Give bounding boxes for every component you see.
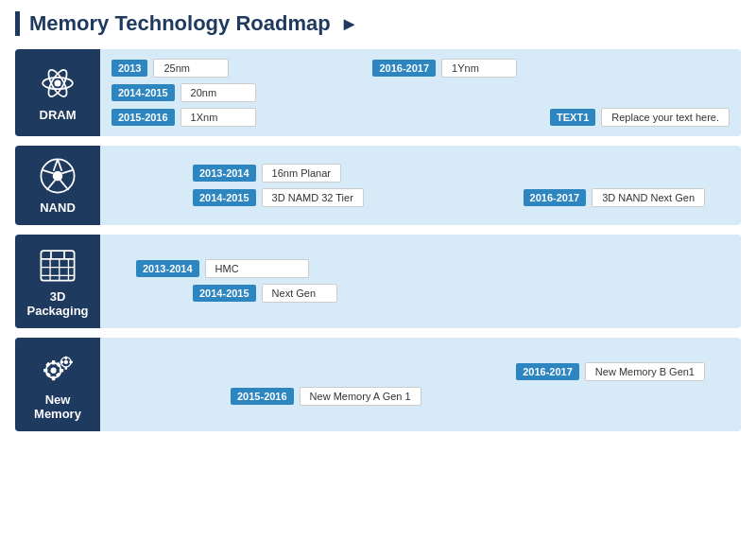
3dpkg-timeline-row-1: 2013-2014 HMC	[112, 259, 730, 278]
nand-label-nextgen: 3D NAND Next Gen	[592, 188, 705, 207]
nand-timeline-row-2: 2014-2015 3D NAMD 32 Tier 2016-2017 3D N…	[112, 188, 730, 207]
3d-packaging-icon-area: 3D Packaging	[15, 235, 100, 328]
atom-icon	[37, 62, 78, 104]
dram-tag-2013: 2013	[112, 60, 147, 77]
page-header: Memory Technology Roadmap ►	[15, 11, 741, 36]
nand-icon-area: NAND	[15, 146, 100, 225]
newmem-label-gen1b: New Memory B Gen1	[585, 362, 705, 381]
svg-point-32	[64, 359, 68, 363]
new-memory-content: 2016-2017 New Memory B Gen1 2015-2016 Ne…	[100, 338, 741, 431]
nand-tag-2016-2017: 2016-2017	[524, 189, 587, 206]
dram-label: DRAM	[40, 108, 77, 123]
svg-point-5	[53, 171, 63, 182]
aperture-icon	[37, 155, 78, 197]
newmem-tag-2016-2017: 2016-2017	[516, 363, 579, 380]
new-memory-icon-area: New Memory	[15, 338, 100, 431]
replace-text-label: Replace your text here.	[601, 108, 730, 127]
nand-tag-2014-2015: 2014-2015	[193, 189, 256, 206]
dram-timeline-row-3: 2015-2016 1Xnm TEXT1 Replace your text h…	[112, 108, 730, 127]
page: Memory Technology Roadmap ► DRAM 2013 25…	[0, 0, 756, 541]
newmem-tag-2015-2016: 2015-2016	[231, 388, 294, 405]
3dpkg-label-hmc: HMC	[205, 259, 309, 278]
svg-line-10	[43, 170, 53, 174]
dram-tag-2016-2017: 2016-2017	[372, 60, 436, 77]
dram-icon-area: DRAM	[15, 49, 100, 136]
svg-rect-25	[43, 369, 47, 373]
dram-label-25nm: 25nm	[153, 59, 229, 78]
dram-row: DRAM 2013 25nm 2016-2017 1Ynm 2014-2015 …	[15, 49, 741, 136]
svg-line-7	[61, 170, 72, 174]
svg-line-11	[58, 159, 61, 170]
svg-rect-24	[52, 376, 56, 380]
3dpkg-label-nextgen: Next Gen	[262, 284, 337, 303]
play-icon: ►	[340, 13, 359, 35]
dram-tag-2014-2015: 2014-2015	[112, 84, 175, 101]
dram-tag-2015-2016: 2015-2016	[112, 109, 175, 126]
nand-label-3d: 3D NAMD 32 Tier	[262, 188, 364, 207]
svg-rect-33	[64, 356, 67, 359]
svg-line-8	[60, 180, 69, 190]
newmem-timeline-row-2: 2015-2016 New Memory A Gen 1	[112, 387, 730, 406]
dram-timeline-row-1: 2013 25nm 2016-2017 1Ynm	[112, 59, 730, 78]
3dpkg-tag-2014-2015: 2014-2015	[193, 285, 256, 302]
3d-packaging-content: 2013-2014 HMC 2014-2015 Next Gen	[100, 235, 741, 328]
svg-rect-35	[60, 360, 64, 363]
dram-label-20nm: 20nm	[180, 83, 256, 102]
newmem-timeline-row-1: 2016-2017 New Memory B Gen1	[112, 362, 730, 381]
nand-content: 2013-2014 16nm Planar 2014-2015 3D NAMD …	[100, 146, 741, 225]
3d-packaging-label: 3D Packaging	[26, 289, 88, 319]
page-title: Memory Technology Roadmap	[29, 11, 331, 36]
svg-rect-26	[60, 369, 63, 373]
3dpkg-timeline-row-2: 2014-2015 Next Gen	[112, 284, 730, 303]
dram-content: 2013 25nm 2016-2017 1Ynm 2014-2015 20nm …	[100, 49, 741, 136]
svg-rect-36	[69, 360, 73, 363]
text1-tag: TEXT1	[550, 109, 595, 126]
dram-timeline-row-2: 2014-2015 20nm	[112, 83, 730, 102]
new-memory-row: New Memory 2016-2017 New Memory B Gen1 2…	[15, 338, 741, 431]
svg-line-9	[47, 180, 56, 190]
svg-point-0	[54, 80, 60, 87]
nand-timeline-row-1: 2013-2014 16nm Planar	[112, 164, 730, 183]
nand-label: NAND	[40, 201, 76, 216]
calendar-icon	[37, 244, 78, 286]
new-memory-label: New Memory	[34, 393, 81, 422]
nand-tag-2013-2014: 2013-2014	[193, 165, 256, 182]
3dpkg-tag-2013-2014: 2013-2014	[136, 260, 199, 277]
dram-label-1xnm: 1Xnm	[180, 108, 256, 127]
3d-packaging-row: 3D Packaging 2013-2014 HMC 2014-2015 Nex…	[15, 235, 741, 328]
dram-label-1ynm: 1Ynm	[441, 59, 517, 78]
svg-rect-34	[64, 366, 67, 370]
svg-point-22	[51, 367, 57, 373]
svg-rect-23	[52, 360, 56, 364]
svg-line-6	[54, 159, 58, 170]
nand-label-16nm: 16nm Planar	[262, 164, 341, 183]
nand-row: NAND 2013-2014 16nm Planar 2014-2015 3D …	[15, 146, 741, 225]
gears-icon	[37, 347, 78, 389]
newmem-label-gen1a: New Memory A Gen 1	[300, 387, 421, 406]
